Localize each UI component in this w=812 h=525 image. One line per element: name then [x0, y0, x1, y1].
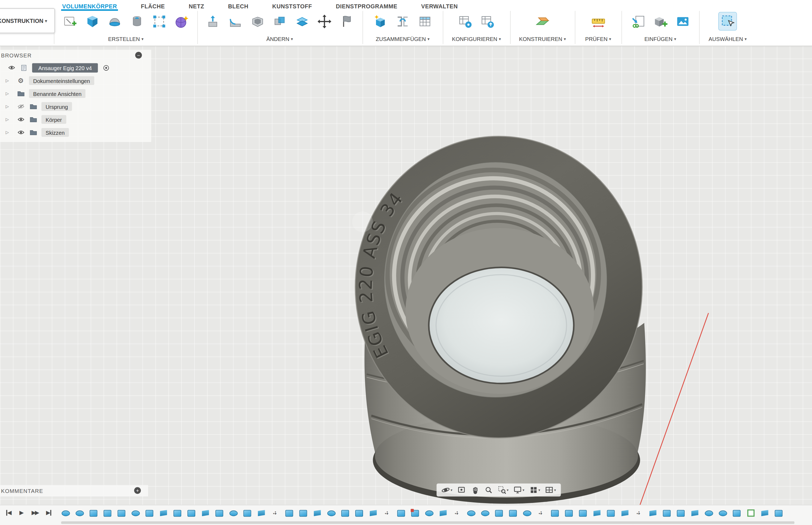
configuration-table-button[interactable]: [456, 12, 474, 30]
timeline-scrollbar-handle[interactable]: [61, 521, 795, 524]
timeline-feature-box-icon[interactable]: [173, 508, 182, 518]
timeline-feature-box-icon[interactable]: [509, 508, 517, 518]
timeline-feature-box-icon[interactable]: [355, 508, 363, 518]
move-copy-button[interactable]: [315, 12, 333, 30]
timeline-feature-move-icon[interactable]: ↔↕: [536, 508, 545, 518]
construction-mode-dropdown[interactable]: KONSTRUKTION▾: [0, 9, 55, 33]
timeline-feature-box-icon[interactable]: [397, 508, 406, 518]
timeline-feature-flag-icon[interactable]: [159, 508, 168, 518]
aendern-dropdown[interactable]: ÄNDERN▾: [197, 36, 362, 42]
canvas-image-button[interactable]: [674, 12, 691, 30]
timeline-scrollbar[interactable]: [61, 521, 795, 524]
joint-button[interactable]: [394, 12, 411, 30]
tab-netz[interactable]: NETZ: [188, 2, 205, 11]
timeline-feature-flag-icon[interactable]: [369, 508, 378, 518]
timeline-feature-box-icon[interactable]: [564, 508, 573, 518]
combine-button[interactable]: [271, 12, 288, 30]
tab-volumenkoerper[interactable]: VOLUMENKÖRPER: [61, 2, 118, 11]
timeline-feature-box-icon[interactable]: [89, 508, 98, 518]
timeline-feature-move-icon[interactable]: ↔↕: [383, 508, 392, 518]
timeline-feature-sketch-icon[interactable]: [746, 508, 755, 518]
expand-arrow-icon[interactable]: ▷: [4, 104, 10, 109]
timeline-feature-box-icon[interactable]: [607, 508, 615, 518]
zoom-window-button[interactable]: ▾: [497, 485, 509, 495]
browser-root-label[interactable]: Ansauger Egig 220 v4: [32, 63, 98, 73]
browser-item-label[interactable]: Körper: [42, 115, 66, 124]
browser-item-label[interactable]: Ursprung: [42, 102, 72, 111]
timeline-feature-disc-icon[interactable]: [425, 508, 434, 518]
browser-item-label[interactable]: Dokumenteinstellungen: [29, 76, 94, 85]
pan-button[interactable]: [470, 485, 480, 495]
timeline-feature-box-icon[interactable]: [117, 508, 126, 518]
pruefen-dropdown[interactable]: PRÜFEN▾: [575, 36, 621, 42]
timeline-feature-disc-icon[interactable]: [481, 508, 489, 518]
erstellen-dropdown[interactable]: ERSTELLEN▾: [54, 36, 198, 42]
timeline-feature-flag-icon[interactable]: [760, 508, 769, 518]
timeline-feature-disc-icon[interactable]: [131, 508, 140, 518]
tab-dienstprogramme[interactable]: DIENSTPROGRAMME: [335, 2, 398, 11]
tab-kunststoff[interactable]: KUNSTSTOFF: [271, 2, 313, 11]
konstruieren-dropdown[interactable]: KONSTRUIEREN▾: [510, 36, 575, 42]
expand-arrow-icon[interactable]: ▷: [4, 91, 10, 96]
look-at-button[interactable]: [456, 485, 467, 495]
construction-plane-button[interactable]: [534, 12, 551, 30]
timeline-feature-disc-icon[interactable]: [467, 508, 475, 518]
visibility-eye-icon[interactable]: [7, 64, 16, 72]
create-sketch-button[interactable]: [61, 12, 79, 30]
konfigurieren-dropdown[interactable]: KONFIGURIEREN▾: [443, 36, 510, 42]
activate-component-radio[interactable]: [102, 64, 110, 72]
browser-row-ursprung[interactable]: ▷ Ursprung: [0, 100, 151, 113]
timeline-feature-disc-icon[interactable]: [229, 508, 238, 518]
timeline-go-to-start-button[interactable]: ◀: [6, 510, 12, 515]
einfuegen-dropdown[interactable]: EINFÜGEN▾: [621, 36, 699, 42]
timeline-feature-box-icon[interactable]: [285, 508, 294, 518]
timeline-feature-box-icon[interactable]: [341, 508, 349, 518]
insert-mesh-button[interactable]: [652, 12, 669, 30]
timeline-feature-flag-icon[interactable]: [439, 508, 448, 518]
joint-table-button[interactable]: [416, 12, 434, 30]
offset-face-button[interactable]: [293, 12, 311, 30]
timeline-feature-box-icon[interactable]: [187, 508, 196, 518]
timeline-feature-flag-icon[interactable]: [313, 508, 322, 518]
timeline-feature-box-icon[interactable]: [774, 508, 783, 518]
insert-derive-button[interactable]: [629, 12, 647, 30]
timeline-feature-box-icon[interactable]: [145, 508, 154, 518]
grid-settings-button[interactable]: ▾: [528, 485, 541, 495]
timeline-feature-box-icon[interactable]: [578, 508, 588, 518]
timeline-feature-disc-icon[interactable]: [718, 508, 727, 518]
timeline-feature-flag-icon[interactable]: [648, 508, 657, 518]
pattern-button[interactable]: [151, 12, 168, 30]
tab-blech[interactable]: BLECH: [227, 2, 249, 11]
timeline-play-button[interactable]: ▶: [19, 510, 24, 515]
create-form-button[interactable]: [173, 12, 190, 30]
browser-item-label[interactable]: Skizzen: [42, 128, 69, 137]
browser-row-koerper[interactable]: ▷ Körper: [0, 113, 151, 126]
timeline-feature-flag-icon[interactable]: [621, 508, 629, 518]
browser-row-root[interactable]: Ansauger Egig 220 v4: [0, 61, 151, 74]
press-pull-button[interactable]: [204, 12, 222, 30]
comments-expand-button[interactable]: +: [134, 487, 141, 494]
timeline-feature-disc-icon[interactable]: [327, 508, 335, 518]
tab-flaeche[interactable]: FLÄCHE: [140, 2, 166, 11]
extrude-button[interactable]: [84, 12, 101, 30]
visibility-eye-icon[interactable]: [17, 115, 25, 124]
expand-arrow-icon[interactable]: ▷: [4, 117, 10, 122]
expand-arrow-icon[interactable]: ▷: [4, 130, 10, 135]
browser-row-benannte-ansichten[interactable]: ▷ Benannte Ansichten: [0, 87, 151, 100]
viewports-button[interactable]: ▾: [544, 485, 557, 495]
timeline-fast-forward-button[interactable]: ▶▶: [32, 510, 38, 515]
timeline-feature-disc-icon[interactable]: [61, 508, 70, 518]
browser-row-skizzen[interactable]: ▷ Skizzen: [0, 126, 151, 139]
hole-button[interactable]: [128, 12, 146, 30]
new-component-button[interactable]: [372, 12, 389, 30]
measure-button[interactable]: [589, 12, 607, 30]
browser-row-dokumenteinstellungen[interactable]: ▷ ⚙ Dokumenteinstellungen: [0, 74, 151, 87]
timeline-go-to-end-button[interactable]: ▶: [46, 510, 51, 515]
display-settings-button[interactable]: ▾: [513, 485, 525, 495]
timeline-feature-move-icon[interactable]: ↔↕: [635, 508, 643, 518]
zusammenfuegen-dropdown[interactable]: ZUSAMMENFÜGEN▾: [362, 36, 443, 42]
timeline-feature-flag-icon[interactable]: [257, 508, 266, 518]
visibility-eye-off-icon[interactable]: [17, 102, 25, 111]
insert-configuration-button[interactable]: [479, 12, 496, 30]
browser-item-label[interactable]: Benannte Ansichten: [29, 89, 85, 98]
